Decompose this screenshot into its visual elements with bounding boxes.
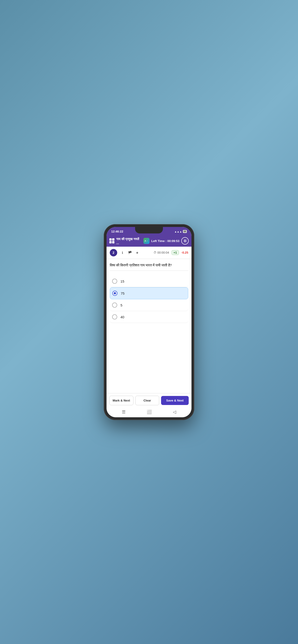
radio-1	[112, 279, 117, 284]
quiz-title: गाय की प्रमुख नस्लें ...	[116, 237, 142, 245]
status-time: 12:46:22	[111, 230, 123, 233]
star-icon[interactable]: ★	[134, 250, 140, 256]
score-negative: -0.25	[181, 251, 188, 254]
options-list: 15 75 5 40	[110, 276, 188, 323]
option-3-text: 5	[120, 303, 122, 307]
menu-icon[interactable]: ☰	[122, 410, 126, 414]
option-4-text: 40	[120, 315, 124, 319]
notch	[135, 227, 163, 234]
radio-2	[112, 291, 117, 296]
question-number: 2	[110, 249, 117, 256]
clock-icon: ⏱	[153, 251, 156, 254]
top-bar: गाय की प्रमुख नस्लें ... A→ Left Time : …	[107, 235, 191, 247]
bottom-buttons: Mark & Next Clear Save & Next	[107, 393, 191, 408]
status-icons: ▲▲▲ 68	[174, 230, 187, 233]
timer-value: 00:00:04	[157, 251, 169, 254]
save-next-button[interactable]: Save & Next	[161, 396, 189, 405]
mark-next-button[interactable]: Mark & Next	[109, 396, 133, 405]
battery-icon: 68	[183, 230, 187, 233]
question-text: विश्व की कितनी प्रतिशत गाय भारत में पायी…	[110, 263, 188, 271]
radio-4	[112, 314, 117, 320]
radio-3	[112, 302, 117, 308]
left-time: Left Time : 00:09:53	[151, 239, 179, 243]
grid-icon	[109, 238, 114, 244]
translate-icon: A→	[143, 238, 149, 244]
bookmark-icon[interactable]: 🏴	[127, 250, 133, 256]
option-1-text: 15	[120, 279, 124, 283]
option-2-text: 75	[121, 292, 125, 295]
timer-display: ⏱ 00:00:04	[153, 251, 169, 254]
option-4[interactable]: 40	[110, 311, 188, 323]
phone-screen: 12:46:22 ▲▲▲ 68 गाय की प्रमुख नस्लें ...…	[107, 227, 191, 417]
android-nav: ☰ ⬜ ◁	[107, 408, 191, 417]
pause-button[interactable]	[181, 237, 189, 244]
clear-button[interactable]: Clear	[135, 396, 159, 405]
content-area: विश्व की कितनी प्रतिशत गाय भारत में पायी…	[107, 259, 191, 393]
info-icon[interactable]: ℹ	[120, 250, 125, 256]
phone-frame: 12:46:22 ▲▲▲ 68 गाय की प्रमुख नस्लें ...…	[104, 224, 194, 420]
signal-icon: ▲▲▲	[174, 230, 182, 233]
option-1[interactable]: 15	[110, 276, 188, 287]
back-icon[interactable]: ◁	[173, 410, 176, 414]
home-icon[interactable]: ⬜	[147, 410, 152, 414]
option-2[interactable]: 75	[110, 287, 188, 299]
meta-icons: ℹ 🏴 ★	[120, 250, 151, 256]
option-3[interactable]: 5	[110, 299, 188, 311]
score-positive: +1	[171, 250, 179, 255]
meta-bar: 2 ℹ 🏴 ★ ⏱ 00:00:04 +1 -0.25	[107, 247, 191, 259]
